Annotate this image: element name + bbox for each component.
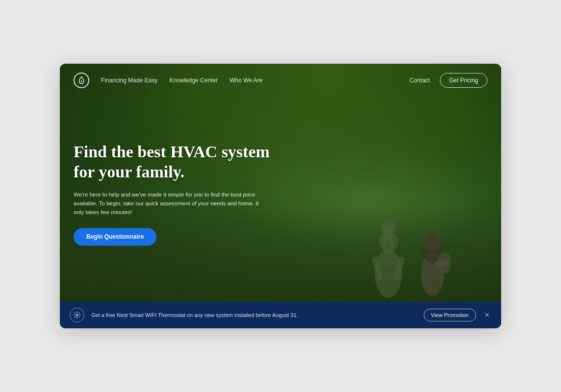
nav-link-knowledge[interactable]: Knowledge Center	[169, 77, 218, 84]
get-pricing-button[interactable]: Get Pricing	[440, 73, 487, 88]
hero-section: Financing Made Easy Knowledge Center Who…	[60, 64, 501, 328]
svg-point-14	[76, 314, 78, 316]
logo-icon[interactable]	[74, 73, 89, 88]
nav-right: Contact Get Pricing	[409, 73, 487, 88]
navbar: Financing Made Easy Knowledge Center Who…	[60, 64, 501, 97]
hero-content: Find the best HVAC system for your famil…	[74, 142, 270, 245]
family-silhouette	[339, 156, 477, 303]
begin-questionnaire-button[interactable]: Begin Questionnaire	[74, 228, 156, 245]
nav-link-who[interactable]: Who We Are	[230, 77, 262, 84]
browser-window: Financing Made Easy Knowledge Center Who…	[60, 64, 501, 328]
hero-title: Find the best HVAC system for your famil…	[74, 142, 270, 182]
promo-text: Get a free Nest Smart WIFI Thermostat on…	[91, 312, 417, 318]
promo-banner: Get a free Nest Smart WIFI Thermostat on…	[60, 302, 501, 328]
svg-rect-13	[435, 261, 449, 266]
nav-link-contact[interactable]: Contact	[409, 77, 430, 84]
view-promotion-button[interactable]: View Promotion	[424, 309, 476, 321]
close-promo-button[interactable]: ×	[483, 309, 491, 321]
hero-subtitle: We're here to help and we've made it sim…	[74, 190, 260, 217]
svg-point-5	[382, 225, 394, 243]
promo-icon	[70, 308, 84, 322]
nav-links: Financing Made Easy Knowledge Center Who…	[101, 77, 262, 84]
nav-link-financing[interactable]: Financing Made Easy	[101, 77, 157, 84]
